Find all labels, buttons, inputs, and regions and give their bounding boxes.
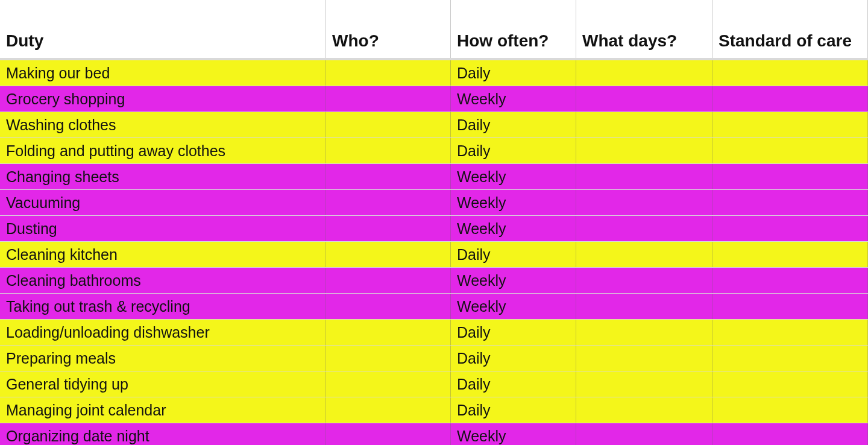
cell-standard[interactable] — [712, 190, 868, 215]
cell-how-often[interactable]: Daily — [451, 138, 576, 163]
cell-who[interactable] — [326, 86, 451, 112]
cell-who[interactable] — [326, 190, 451, 215]
cell-standard[interactable] — [712, 164, 868, 189]
cell-duty[interactable]: Making our bed — [0, 60, 326, 86]
cell-duty[interactable]: Cleaning bathrooms — [0, 268, 326, 293]
cell-who[interactable] — [326, 397, 451, 423]
cell-standard[interactable] — [712, 268, 868, 293]
cell-who[interactable] — [326, 346, 451, 371]
header-how-often[interactable]: How often? — [451, 0, 576, 58]
cell-how-often[interactable]: Weekly — [451, 190, 576, 215]
cell-how-often[interactable]: Daily — [451, 320, 576, 345]
cell-standard[interactable] — [712, 294, 868, 319]
table-row[interactable]: Cleaning bathroomsWeekly — [0, 268, 868, 294]
cell-who[interactable] — [326, 320, 451, 345]
cell-duty[interactable]: Folding and putting away clothes — [0, 138, 326, 163]
cell-standard[interactable] — [712, 346, 868, 371]
cell-who[interactable] — [326, 138, 451, 163]
cell-how-often[interactable]: Daily — [451, 60, 576, 86]
cell-what-days[interactable] — [576, 242, 712, 267]
cell-duty[interactable]: Organizing date night — [0, 423, 326, 445]
cell-how-often[interactable]: Weekly — [451, 164, 576, 189]
table-row[interactable]: Cleaning kitchenDaily — [0, 242, 868, 268]
cell-what-days[interactable] — [576, 60, 712, 86]
cell-what-days[interactable] — [576, 112, 712, 137]
cell-who[interactable] — [326, 242, 451, 267]
cell-standard[interactable] — [712, 423, 868, 445]
cell-what-days[interactable] — [576, 190, 712, 215]
table-row[interactable]: DustingWeekly — [0, 216, 868, 242]
table-row[interactable]: Making our bedDaily — [0, 60, 868, 86]
cell-duty[interactable]: Washing clothes — [0, 112, 326, 137]
cell-duty[interactable]: Preparing meals — [0, 346, 326, 371]
cell-duty[interactable]: Dusting — [0, 216, 326, 241]
header-row: Duty Who? How often? What days? Standard… — [0, 0, 868, 60]
cell-standard[interactable] — [712, 371, 868, 397]
cell-how-often[interactable]: Daily — [451, 371, 576, 397]
header-duty[interactable]: Duty — [0, 0, 326, 58]
cell-what-days[interactable] — [576, 86, 712, 112]
cell-standard[interactable] — [712, 397, 868, 423]
cell-what-days[interactable] — [576, 216, 712, 241]
cell-how-often[interactable]: Weekly — [451, 86, 576, 112]
cell-who[interactable] — [326, 112, 451, 137]
cell-standard[interactable] — [712, 242, 868, 267]
cell-what-days[interactable] — [576, 346, 712, 371]
table-row[interactable]: Washing clothesDaily — [0, 112, 868, 138]
table-row[interactable]: Loading/unloading dishwasherDaily — [0, 320, 868, 346]
cell-who[interactable] — [326, 216, 451, 241]
cell-how-often[interactable]: Weekly — [451, 268, 576, 293]
table-row[interactable]: Preparing mealsDaily — [0, 346, 868, 371]
header-standard[interactable]: Standard of care — [712, 0, 868, 58]
cell-who[interactable] — [326, 371, 451, 397]
cell-duty[interactable]: Loading/unloading dishwasher — [0, 320, 326, 345]
cell-standard[interactable] — [712, 60, 868, 86]
cell-how-often[interactable]: Daily — [451, 242, 576, 267]
cell-how-often[interactable]: Daily — [451, 112, 576, 137]
cell-how-often[interactable]: Weekly — [451, 423, 576, 445]
cell-what-days[interactable] — [576, 423, 712, 445]
cell-what-days[interactable] — [576, 268, 712, 293]
cell-what-days[interactable] — [576, 138, 712, 163]
cell-what-days[interactable] — [576, 320, 712, 345]
cell-duty[interactable]: General tidying up — [0, 371, 326, 397]
table-row[interactable]: General tidying upDaily — [0, 371, 868, 397]
cell-duty[interactable]: Managing joint calendar — [0, 397, 326, 423]
table-row[interactable]: Grocery shoppingWeekly — [0, 86, 868, 112]
cell-how-often[interactable]: Weekly — [451, 294, 576, 319]
cell-standard[interactable] — [712, 138, 868, 163]
cell-duty[interactable]: Cleaning kitchen — [0, 242, 326, 267]
cell-what-days[interactable] — [576, 164, 712, 189]
table-row[interactable]: Changing sheetsWeekly — [0, 164, 868, 190]
cell-duty[interactable]: Changing sheets — [0, 164, 326, 189]
cell-how-often[interactable]: Daily — [451, 397, 576, 423]
table-row[interactable]: Taking out trash & recyclingWeekly — [0, 294, 868, 320]
cell-who[interactable] — [326, 294, 451, 319]
cell-who[interactable] — [326, 268, 451, 293]
spreadsheet[interactable]: Duty Who? How often? What days? Standard… — [0, 0, 868, 445]
data-rows: Making our bedDailyGrocery shoppingWeekl… — [0, 60, 868, 445]
cell-who[interactable] — [326, 60, 451, 86]
table-row[interactable]: Organizing date nightWeekly — [0, 423, 868, 445]
table-row[interactable]: Managing joint calendarDaily — [0, 397, 868, 423]
table-row[interactable]: Folding and putting away clothesDaily — [0, 138, 868, 164]
cell-duty[interactable]: Vacuuming — [0, 190, 326, 215]
cell-what-days[interactable] — [576, 294, 712, 319]
cell-standard[interactable] — [712, 320, 868, 345]
header-what-days[interactable]: What days? — [576, 0, 712, 58]
cell-duty[interactable]: Taking out trash & recycling — [0, 294, 326, 319]
cell-what-days[interactable] — [576, 397, 712, 423]
table-row[interactable]: VacuumingWeekly — [0, 190, 868, 216]
cell-standard[interactable] — [712, 216, 868, 241]
cell-how-often[interactable]: Weekly — [451, 216, 576, 241]
cell-standard[interactable] — [712, 112, 868, 137]
cell-what-days[interactable] — [576, 371, 712, 397]
cell-duty[interactable]: Grocery shopping — [0, 86, 326, 112]
cell-who[interactable] — [326, 164, 451, 189]
header-who[interactable]: Who? — [326, 0, 451, 58]
cell-who[interactable] — [326, 423, 451, 445]
cell-standard[interactable] — [712, 86, 868, 112]
cell-how-often[interactable]: Daily — [451, 346, 576, 371]
